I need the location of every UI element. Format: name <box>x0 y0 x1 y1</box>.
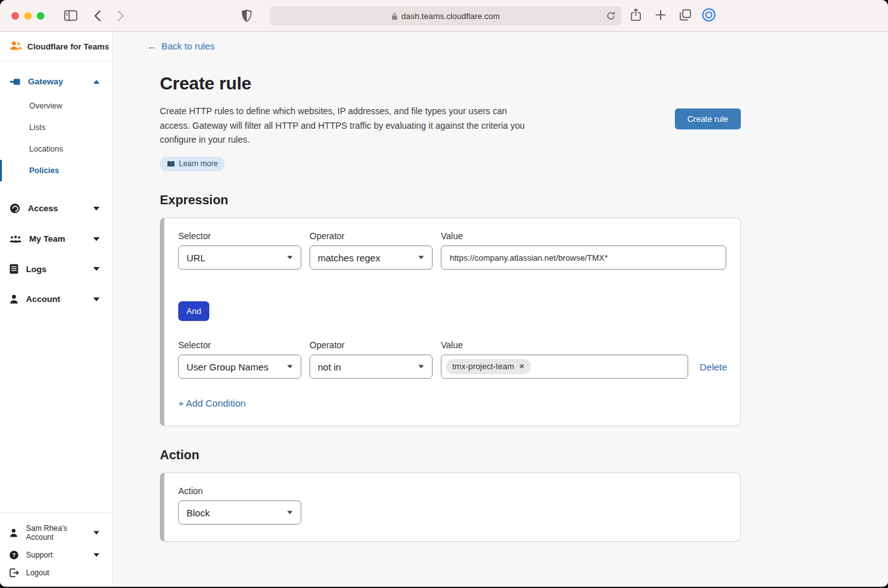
action-label: Action <box>178 486 726 496</box>
action-value: Block <box>186 507 210 518</box>
and-joiner-button[interactable]: And <box>178 301 209 321</box>
sidebar-toggle-icon[interactable] <box>64 10 77 21</box>
chevron-down-icon <box>287 511 293 514</box>
chevron-down-icon <box>287 365 293 368</box>
value-input[interactable] <box>441 245 726 270</box>
team-icon <box>10 235 22 244</box>
person-icon <box>10 528 20 537</box>
sidebar-item-label: Gateway <box>28 77 86 86</box>
add-condition-link[interactable]: + Add Condition <box>178 398 245 408</box>
sidebar-item-label: Account <box>26 294 86 304</box>
sidebar-item-label: My Team <box>29 234 86 244</box>
operator-label: Operator <box>310 340 433 350</box>
brand-label: Cloudflare for Teams <box>27 42 109 51</box>
chevron-down-icon <box>93 267 100 271</box>
sidebar-item-policies[interactable]: Policies <box>0 160 112 181</box>
lock-icon <box>391 12 398 20</box>
chevron-down-icon <box>93 207 100 211</box>
privacy-shield-icon[interactable] <box>242 10 252 22</box>
chevron-down-icon <box>419 365 424 368</box>
selector-dropdown[interactable]: URL <box>178 245 301 270</box>
logs-icon <box>10 264 18 274</box>
person-icon <box>10 294 18 304</box>
selector-value: User Group Names <box>186 362 268 372</box>
zoom-window-button[interactable] <box>37 12 44 20</box>
back-arrow-icon: ← <box>147 41 157 51</box>
gateway-icon <box>10 77 20 86</box>
selector-dropdown[interactable]: User Group Names <box>178 355 301 379</box>
help-icon: ? <box>10 551 20 559</box>
gateway-subitems: Overview Lists Locations Policies <box>0 91 112 190</box>
operator-value: not in <box>318 362 341 372</box>
learn-more-label: Learn more <box>179 159 218 168</box>
sidebar-item-lists[interactable]: Lists <box>0 117 112 138</box>
condition-row-2: Selector User Group Names Operator not i… <box>178 340 726 379</box>
chevron-down-icon <box>93 237 100 241</box>
share-icon[interactable] <box>628 8 643 22</box>
tag-label: tmx-project-team <box>452 362 514 371</box>
operator-dropdown[interactable]: matches regex <box>310 245 433 270</box>
window-controls <box>11 12 44 20</box>
tag-remove-icon[interactable]: ✕ <box>519 363 525 370</box>
cloudflare-teams-logo-icon <box>10 41 22 53</box>
back-to-rules-link[interactable]: ← Back to rules <box>147 41 214 51</box>
selector-label: Selector <box>178 340 301 350</box>
back-navigation-icon[interactable] <box>94 10 101 22</box>
chevron-down-icon <box>94 531 100 534</box>
sidebar-item-access[interactable]: Access <box>0 195 112 221</box>
address-bar[interactable]: dash.teams.cloudflare.com <box>270 6 622 25</box>
close-window-button[interactable] <box>11 12 19 20</box>
selector-field: Selector User Group Names <box>178 340 301 379</box>
create-rule-button[interactable]: Create rule <box>675 108 741 129</box>
sidebar-item-account[interactable]: Account <box>0 287 112 311</box>
operator-dropdown[interactable]: not in <box>310 355 433 379</box>
chevron-up-icon <box>93 80 100 84</box>
expression-heading: Expression <box>160 193 741 207</box>
support-menu[interactable]: ? Support <box>0 546 112 564</box>
sidebar-item-my-team[interactable]: My Team <box>0 226 112 251</box>
back-link-label: Back to rules <box>162 41 215 51</box>
address-text: dash.teams.cloudflare.com <box>402 11 500 21</box>
minimize-window-button[interactable] <box>24 12 32 20</box>
onepassword-extension-icon[interactable] <box>702 8 715 22</box>
svg-text:?: ? <box>12 551 16 558</box>
logout-button[interactable]: Logout <box>0 564 112 582</box>
chevron-down-icon <box>287 256 293 259</box>
selector-field: Selector URL <box>178 231 301 270</box>
selector-label: Selector <box>178 231 301 241</box>
browser-toolbar: dash.teams.cloudflare.com <box>0 0 888 32</box>
sidebar-item-gateway[interactable]: Gateway <box>0 72 112 91</box>
new-tab-icon[interactable] <box>653 10 668 20</box>
action-field: Action Block <box>178 486 726 525</box>
forward-navigation-icon[interactable] <box>117 10 124 22</box>
browser-window: dash.teams.cloudflare.com <box>0 0 888 588</box>
value-tag-input[interactable]: tmx-project-team ✕ <box>441 355 688 379</box>
operator-field: Operator not in <box>310 340 433 379</box>
sidebar-item-locations[interactable]: Locations <box>0 138 112 160</box>
sidebar-item-overview[interactable]: Overview <box>0 95 112 117</box>
sidebar-nav: Gateway Overview Lists Locations Policie… <box>0 62 112 311</box>
book-icon <box>167 160 175 167</box>
chevron-down-icon <box>419 256 424 259</box>
page-title: Create rule <box>160 74 741 94</box>
action-card: Action Block <box>160 473 741 542</box>
chevron-down-icon <box>94 553 100 556</box>
action-dropdown[interactable]: Block <box>178 500 301 525</box>
operator-value: matches regex <box>318 252 380 263</box>
page-description: Create HTTP rules to define which websit… <box>160 104 526 147</box>
delete-condition-link[interactable]: Delete <box>700 362 727 372</box>
logout-icon <box>10 568 20 577</box>
value-field: Value tmx-project-team ✕ <box>441 340 688 379</box>
account-menu[interactable]: Sam Rhea's Account <box>0 519 112 546</box>
sidebar-footer: Sam Rhea's Account ? Support <box>0 513 112 587</box>
main-content: ← Back to rules Create rule Create HTTP … <box>113 32 888 587</box>
sidebar-item-logs[interactable]: Logs <box>0 256 112 282</box>
sidebar-item-label: Logs <box>26 265 86 274</box>
account-menu-label: Sam Rhea's Account <box>26 524 87 542</box>
learn-more-badge[interactable]: Learn more <box>160 157 225 171</box>
toolbar-actions <box>628 8 715 22</box>
value-tag: tmx-project-team ✕ <box>446 359 531 374</box>
tab-overview-icon[interactable] <box>677 9 693 21</box>
selector-value: URL <box>186 252 206 263</box>
reload-icon[interactable] <box>606 11 615 22</box>
